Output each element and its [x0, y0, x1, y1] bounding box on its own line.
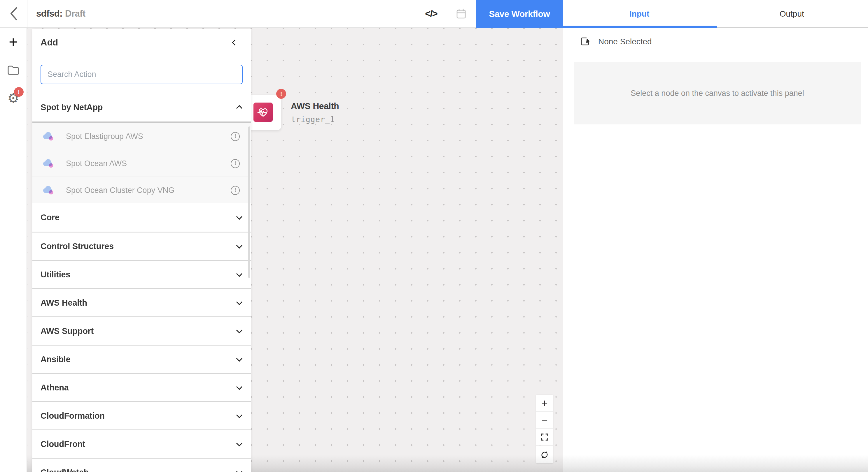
section-athena[interactable]: Athena: [32, 373, 251, 401]
code-view-button[interactable]: </>: [416, 0, 446, 27]
chevron-up-icon: [236, 105, 242, 111]
section-cloudfront[interactable]: CloudFront: [32, 430, 251, 458]
action-item-spot-elastigroup-aws[interactable]: Spot Elastigroup AWS !: [32, 123, 251, 150]
section-ansible[interactable]: Ansible: [32, 345, 251, 373]
chevron-down-icon: [236, 299, 242, 305]
workflow-editor-app: sdfsd: Draft </> Save Workflow + ⚙ !: [0, 0, 868, 472]
add-panel-header: Add: [32, 29, 251, 56]
info-icon[interactable]: !: [231, 132, 240, 141]
zoom-out-button[interactable]: −: [536, 412, 553, 429]
chevron-down-icon: [236, 384, 242, 390]
spot-cloud-icon: [42, 185, 55, 196]
tab-input[interactable]: Input: [563, 0, 716, 28]
action-item-spot-ocean-cluster-copy-vng[interactable]: Spot Ocean Cluster Copy VNG !: [32, 176, 251, 203]
search-action-input[interactable]: [40, 65, 243, 84]
search-row: [32, 56, 251, 93]
topbar-spacer: [101, 0, 416, 27]
section-cloudformation[interactable]: CloudFormation: [32, 401, 251, 430]
chevron-down-icon: [236, 440, 242, 446]
folder-icon: [7, 65, 20, 75]
chevron-down-icon: [236, 242, 242, 248]
tab-output[interactable]: Output: [716, 0, 868, 28]
chevron-down-icon: [236, 327, 242, 333]
empty-state-box: Select a node on the canvas to activate …: [574, 62, 861, 125]
section-core[interactable]: Core: [32, 203, 251, 232]
node-title: AWS Health: [291, 101, 339, 111]
spot-cloud-icon: [42, 158, 55, 169]
section-aws-support[interactable]: AWS Support: [32, 316, 251, 345]
io-tabs: Input Output: [563, 0, 868, 28]
chevron-down-icon: [236, 356, 242, 362]
save-workflow-button[interactable]: Save Workflow: [476, 0, 563, 28]
chevron-down-icon: [236, 412, 242, 418]
add-panel-title: Add: [40, 37, 233, 48]
zoom-in-button[interactable]: +: [536, 395, 553, 412]
files-button[interactable]: [0, 56, 27, 84]
section-aws-health[interactable]: AWS Health: [32, 288, 251, 316]
calendar-icon: [456, 8, 466, 19]
settings-button[interactable]: ⚙ !: [0, 84, 27, 112]
spot-cloud-icon: [42, 131, 55, 142]
fit-view-icon: [540, 433, 549, 441]
code-icon: </>: [425, 8, 437, 19]
empty-state-hint: Select a node on the canvas to activate …: [630, 89, 804, 98]
select-cursor-icon: [580, 36, 591, 47]
schedule-button[interactable]: [446, 0, 476, 27]
fit-view-button[interactable]: [536, 429, 553, 445]
top-bar: sdfsd: Draft </> Save Workflow: [0, 0, 563, 28]
chevron-down-icon: [236, 469, 242, 472]
panel-scrollbar[interactable]: [248, 127, 250, 278]
node-error-badge: !: [276, 89, 286, 99]
back-button[interactable]: [0, 0, 27, 27]
workflow-title: sdfsd: Draft: [27, 0, 101, 27]
reset-view-button[interactable]: [536, 446, 553, 463]
info-icon[interactable]: !: [231, 159, 240, 168]
node-id: trigger_1: [291, 115, 335, 124]
node-details-panel: Input Output None Selected Select a node…: [563, 0, 868, 472]
canvas-controls: + −: [536, 395, 553, 463]
active-tab-indicator: [563, 26, 717, 28]
inactive-tab-underline: [717, 27, 868, 28]
info-icon[interactable]: !: [231, 186, 240, 195]
aws-health-node-icon: [253, 103, 273, 122]
none-selected-label: None Selected: [598, 37, 652, 46]
section-spot-by-netapp[interactable]: Spot by NetApp: [32, 93, 251, 122]
refresh-icon: [540, 450, 549, 460]
chevron-down-icon: [236, 213, 242, 220]
chevron-left-icon: [9, 6, 19, 21]
left-rail: + ⚙ !: [0, 28, 27, 472]
selection-status-row: None Selected: [563, 28, 868, 56]
heartbeat-icon: [257, 106, 270, 119]
section-control-structures[interactable]: Control Structures: [32, 232, 251, 260]
collapse-panel-button[interactable]: [232, 40, 238, 45]
workflow-name: sdfsd:: [36, 8, 62, 19]
chevron-down-icon: [236, 271, 242, 277]
section-utilities[interactable]: Utilities: [32, 260, 251, 288]
section-cloudwatch[interactable]: CloudWatch: [32, 458, 251, 472]
action-item-spot-ocean-aws[interactable]: Spot Ocean AWS !: [32, 150, 251, 176]
add-action-panel: Add Spot by NetApp Spot Elastigroup AWS: [32, 29, 251, 472]
settings-alert-badge: !: [14, 87, 24, 97]
workflow-status: Draft: [65, 8, 86, 19]
add-node-button[interactable]: +: [0, 28, 27, 56]
